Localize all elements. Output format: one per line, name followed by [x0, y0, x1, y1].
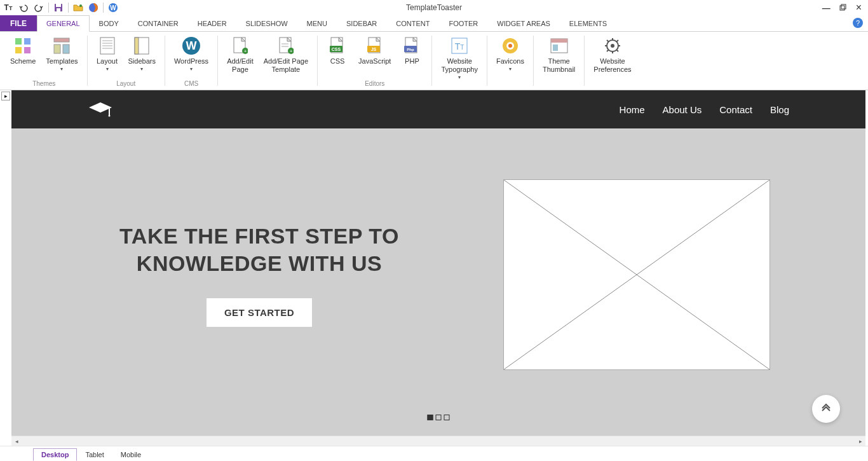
help-icon[interactable]: ?: [853, 18, 863, 28]
svg-rect-49: [553, 45, 558, 51]
svg-rect-48: [551, 39, 567, 43]
tab-widget-areas[interactable]: WIDGET AREAS: [487, 15, 560, 31]
undo-icon[interactable]: [18, 2, 29, 13]
templates-button[interactable]: Templates ▾: [41, 33, 83, 74]
tab-general[interactable]: GENERAL: [37, 15, 90, 32]
slide-dot-2[interactable]: [436, 415, 442, 420]
horizontal-scrollbar[interactable]: ◂ ▸: [11, 436, 865, 446]
firefox-icon[interactable]: [88, 2, 99, 13]
wordpress-qat-icon[interactable]: W: [107, 2, 119, 13]
scroll-to-top-button[interactable]: [812, 395, 840, 423]
chevron-down-icon: ▾: [509, 66, 512, 72]
scheme-button[interactable]: Scheme: [5, 33, 41, 68]
tab-header[interactable]: HEADER: [188, 15, 236, 31]
nav-home[interactable]: Home: [620, 104, 645, 115]
panel-toggle-icon[interactable]: ▸: [1, 92, 10, 100]
nav-about[interactable]: About Us: [663, 104, 702, 115]
svg-rect-1: [56, 4, 61, 7]
group-label-themes: Themes: [32, 79, 55, 90]
text-tool-icon[interactable]: TT: [3, 2, 14, 13]
favicons-button[interactable]: Favicons ▾: [491, 33, 529, 74]
tab-footer[interactable]: FOOTER: [439, 15, 487, 31]
slide-dot-3[interactable]: [444, 415, 450, 420]
svg-rect-11: [15, 47, 22, 53]
svg-text:W: W: [110, 4, 116, 11]
maximize-icon[interactable]: [839, 4, 847, 11]
redo-icon[interactable]: [33, 2, 44, 13]
favicon-icon: [500, 36, 520, 56]
javascript-button[interactable]: JS JavaScript: [353, 33, 396, 68]
group-label-preferences: [612, 79, 614, 90]
ribbon-tabs: FILE GENERAL BODY CONTAINER HEADER SLIDE…: [0, 15, 868, 32]
svg-text:+: +: [290, 48, 293, 54]
page-template-icon: +: [276, 36, 296, 56]
group-label-layout: Layout: [116, 79, 135, 90]
tab-sidebar[interactable]: SIDEBAR: [337, 15, 386, 31]
minimize-icon[interactable]: —: [822, 3, 831, 13]
wordpress-button[interactable]: W WordPress ▾: [169, 33, 214, 74]
svg-point-3: [79, 4, 82, 7]
layout-button[interactable]: Layout ▾: [92, 33, 123, 74]
svg-rect-7: [840, 6, 844, 10]
typography-icon: TT: [449, 36, 470, 56]
tab-container[interactable]: CONTAINER: [128, 15, 188, 31]
css-button[interactable]: CSS CSS: [322, 33, 353, 68]
preview-canvas[interactable]: Home About Us Contact Blog TAKE THE FIRS…: [11, 90, 865, 436]
svg-line-57: [616, 50, 618, 52]
svg-line-58: [607, 50, 609, 52]
svg-line-56: [607, 40, 609, 42]
tab-content[interactable]: CONTENT: [386, 15, 439, 31]
device-tabs: Desktop Tablet Mobile: [0, 446, 868, 461]
theme-thumbnail-button[interactable]: Theme Thumbnail: [538, 33, 580, 76]
group-label-thumbnail: [558, 79, 560, 90]
layout-icon: [97, 36, 118, 56]
svg-rect-9: [15, 38, 22, 45]
templates-icon: [51, 36, 72, 56]
window-title: TemplateToaster: [406, 0, 462, 15]
slide-dot-1[interactable]: [428, 415, 433, 420]
add-edit-page-button[interactable]: + Add/Edit Page: [222, 33, 259, 76]
sidebars-button[interactable]: Sidebars ▾: [123, 33, 161, 74]
image-placeholder[interactable]: [503, 179, 770, 370]
preview-header: Home About Us Contact Blog: [11, 90, 865, 128]
nav-contact[interactable]: Contact: [719, 104, 752, 115]
scheme-icon: [13, 36, 33, 56]
wordpress-icon: W: [181, 36, 201, 56]
save-icon[interactable]: [53, 2, 64, 13]
svg-point-46: [508, 44, 512, 48]
tab-slideshow[interactable]: SLIDESHOW: [236, 15, 297, 31]
website-preferences-button[interactable]: Website Preferences: [588, 33, 636, 76]
svg-text:+: +: [244, 48, 247, 54]
hero-section: TAKE THE FIRST STEP TO KNOWLEDGE WITH US…: [11, 128, 865, 396]
device-tab-mobile[interactable]: Mobile: [112, 448, 149, 461]
sidebars-icon: [132, 36, 152, 56]
nav-blog[interactable]: Blog: [770, 104, 789, 115]
svg-rect-14: [54, 45, 60, 53]
close-icon[interactable]: ×: [856, 2, 862, 13]
device-tab-tablet[interactable]: Tablet: [77, 448, 112, 461]
chevron-down-icon: ▾: [106, 66, 109, 72]
svg-rect-12: [24, 47, 31, 53]
scroll-left-icon[interactable]: ◂: [11, 437, 22, 446]
ribbon: Scheme Templates ▾ Themes Layout ▾ Sideb…: [0, 32, 868, 90]
php-button[interactable]: Php PHP: [396, 33, 428, 68]
add-edit-page-template-button[interactable]: + Add/Edit Page Template: [259, 33, 313, 76]
file-tab[interactable]: FILE: [0, 15, 37, 31]
get-started-button[interactable]: GET STARTED: [207, 298, 312, 327]
svg-rect-2: [57, 8, 60, 11]
svg-rect-22: [135, 38, 139, 54]
hero-title: TAKE THE FIRST STEP TO KNOWLEDGE WITH US: [107, 223, 412, 277]
svg-text:JS: JS: [370, 47, 376, 52]
gear-icon: [602, 36, 623, 56]
svg-rect-13: [54, 38, 69, 42]
svg-text:CSS: CSS: [332, 47, 341, 52]
scroll-right-icon[interactable]: ▸: [855, 437, 865, 446]
preview-nav: Home About Us Contact Blog: [620, 104, 789, 115]
svg-text:W: W: [186, 39, 197, 52]
tab-menu[interactable]: MENU: [297, 15, 337, 31]
device-tab-desktop[interactable]: Desktop: [33, 448, 77, 461]
website-typography-button[interactable]: TT Website Typography ▾: [436, 33, 482, 83]
tab-body[interactable]: BODY: [90, 15, 128, 31]
folder-icon[interactable]: [72, 2, 84, 13]
tab-elements[interactable]: ELEMENTS: [560, 15, 616, 31]
